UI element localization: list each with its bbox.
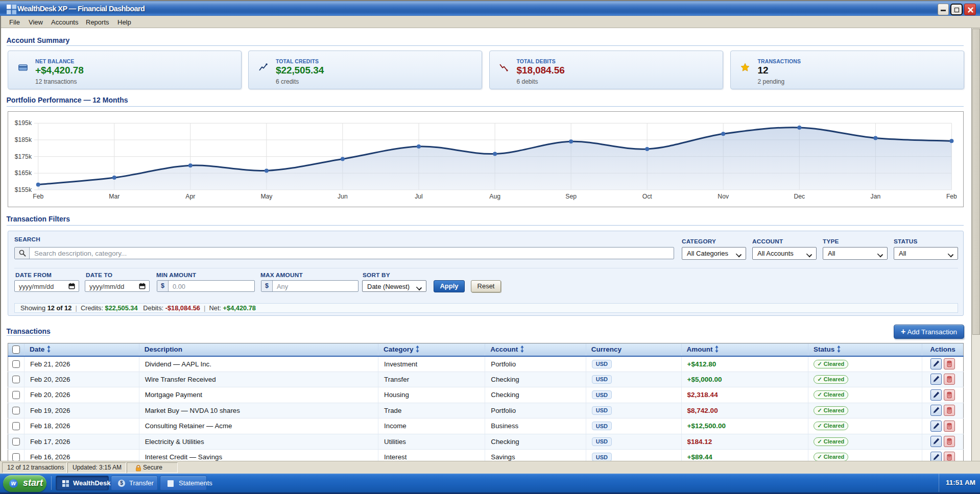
svg-text:$185k: $185k xyxy=(15,136,32,143)
svg-text:Feb: Feb xyxy=(946,193,957,200)
svg-text:Apr: Apr xyxy=(185,193,195,200)
svg-text:$165k: $165k xyxy=(15,169,32,177)
svg-text:Sep: Sep xyxy=(565,193,577,200)
svg-text:Jan: Jan xyxy=(871,193,881,200)
svg-text:May: May xyxy=(260,193,273,200)
svg-text:Jun: Jun xyxy=(338,193,348,200)
svg-text:Jul: Jul xyxy=(415,193,423,200)
svg-text:Aug: Aug xyxy=(489,193,500,200)
svg-text:$195k: $195k xyxy=(15,119,32,127)
svg-text:Oct: Oct xyxy=(642,193,653,200)
svg-text:$155k: $155k xyxy=(15,186,32,193)
svg-text:Mar: Mar xyxy=(109,193,119,200)
svg-text:Nov: Nov xyxy=(718,193,729,200)
svg-text:Dec: Dec xyxy=(794,193,805,200)
svg-text:$175k: $175k xyxy=(15,153,32,160)
svg-text:Feb: Feb xyxy=(33,193,43,200)
